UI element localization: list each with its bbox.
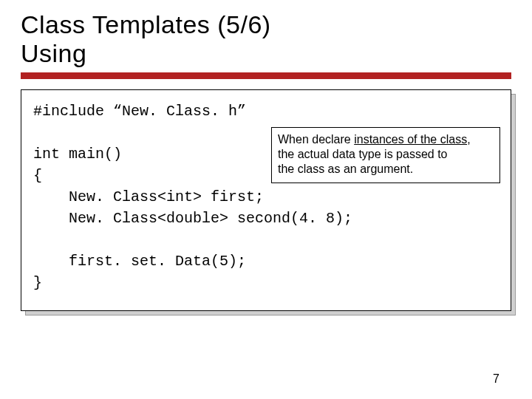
- slide: Class Templates (5/6) Using #include “Ne…: [0, 0, 532, 399]
- code-line: {: [33, 167, 42, 184]
- callout-line-1-pre: When declare: [278, 133, 354, 146]
- title-line-1: Class Templates (5/6): [21, 10, 271, 38]
- code-line: first. set. Data(5);: [33, 253, 246, 270]
- title-line-2: Using: [21, 39, 86, 67]
- title-underline: [21, 72, 511, 79]
- callout-line-1-post: ,: [467, 133, 470, 146]
- code-line: New. Class<double> second(4. 8);: [33, 210, 352, 227]
- code-line: }: [33, 274, 42, 291]
- code-line: int main(): [33, 146, 122, 163]
- callout-line-3: the class as an argument.: [278, 163, 413, 175]
- code-line: New. Class<int> first;: [33, 188, 264, 205]
- callout-box: When declare instances of the class, the…: [271, 127, 500, 183]
- code-box: #include “New. Class. h” int main() { Ne…: [21, 89, 511, 311]
- callout-line-1-underlined: instances of the class: [354, 133, 467, 146]
- code-line: #include “New. Class. h”: [33, 103, 246, 120]
- callout-line-2: the actual data type is passed to: [278, 148, 447, 160]
- slide-title: Class Templates (5/6) Using: [21, 10, 511, 68]
- page-number: 7: [493, 372, 499, 386]
- code-block: #include “New. Class. h” int main() { Ne…: [21, 89, 511, 311]
